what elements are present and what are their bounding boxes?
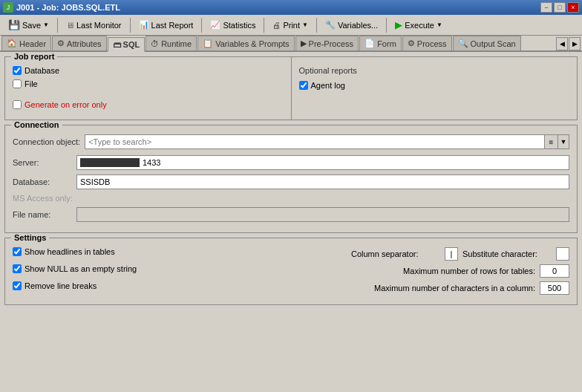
attributes-tab-icon: ⚙ — [57, 39, 65, 48]
separator-5 — [316, 18, 317, 33]
generate-checkbox-label: Generate on error only — [24, 100, 107, 109]
show-headlines-row: Show headlines in tables Column separato… — [13, 247, 569, 261]
tab-header[interactable]: 🏠 Header — [1, 36, 51, 50]
filename-input[interactable] — [76, 207, 569, 222]
max-rows-right: Maximum number of rows for tables: — [403, 264, 569, 278]
connection-object-row: Connection object: ≡ ▼ — [13, 134, 569, 149]
show-headlines-label: Show headlines in tables — [24, 247, 115, 256]
variables-tab-icon: 📋 — [203, 39, 213, 48]
database-input[interactable] — [76, 174, 569, 189]
save-button[interactable]: 💾 Save ▼ — [3, 17, 54, 33]
tab-attributes[interactable]: ⚙ Attributes — [52, 36, 106, 50]
file-checkbox[interactable] — [13, 79, 22, 88]
file-checkbox-label: File — [24, 79, 38, 88]
window-controls: − □ × — [540, 2, 579, 13]
generate-checkbox[interactable] — [13, 100, 22, 109]
database-checkbox[interactable] — [13, 66, 22, 75]
connection-object-input-container: ≡ ▼ — [85, 134, 569, 149]
remove-linebreaks-checkbox[interactable] — [13, 281, 22, 290]
tab-next-button[interactable]: ▶ — [569, 37, 581, 50]
attributes-tab-label: Attributes — [67, 39, 101, 48]
outputscan-tab-label: Output Scan — [471, 39, 516, 48]
tab-runtime[interactable]: ⏱ Runtime — [146, 36, 197, 50]
app-icon: J — [3, 2, 13, 13]
tab-outputscan[interactable]: 🔍 Output Scan — [453, 36, 521, 50]
show-null-left: Show NULL as an empty string — [13, 264, 403, 278]
database-checkbox-row: Database — [13, 66, 284, 75]
show-null-checkbox[interactable] — [13, 264, 22, 273]
stats-icon: 📈 — [210, 20, 220, 30]
header-tab-label: Header — [19, 39, 46, 48]
maximize-button[interactable]: □ — [554, 2, 566, 13]
show-null-checkbox-row: Show NULL as an empty string — [13, 264, 403, 273]
agentlog-checkbox-row: Agent log — [299, 81, 570, 90]
process-tab-icon: ⚙ — [408, 39, 415, 48]
settings-section: Settings Show headlines in tables Column… — [4, 238, 578, 305]
show-headlines-checkbox[interactable] — [13, 247, 22, 256]
remove-linebreaks-label: Remove line breaks — [24, 281, 97, 290]
substitute-char-input[interactable] — [556, 247, 569, 261]
show-null-row: Show NULL as an empty string Maximum num… — [13, 264, 569, 278]
form-tab-icon: 📄 — [364, 39, 375, 48]
statistics-button[interactable]: 📈 Statistics — [205, 17, 261, 33]
last-monitor-button[interactable]: 🖥 Last Monitor — [61, 17, 127, 33]
column-separator-input[interactable] — [445, 247, 458, 261]
execute-button[interactable]: ▶ Execute ▼ — [390, 17, 448, 33]
tab-sql[interactable]: 🗃 SQL — [108, 37, 146, 52]
agentlog-checkbox[interactable] — [299, 81, 308, 90]
generate-only-text: only — [92, 100, 107, 109]
variables-button[interactable]: 🔧 Variables... — [320, 17, 383, 33]
optional-reports-panel: Optional reports Agent log — [292, 57, 578, 120]
show-headlines-left: Show headlines in tables — [13, 247, 351, 261]
execute-label: Execute — [405, 21, 434, 30]
process-tab-label: Process — [417, 39, 447, 48]
tab-form[interactable]: 📄 Form — [359, 36, 402, 50]
tab-variables[interactable]: 📋 Variables & Prompts — [197, 36, 294, 50]
header-tab-icon: 🏠 — [7, 39, 17, 48]
connection-content: Connection object: ≡ ▼ Server: 1433 Data… — [5, 125, 577, 232]
database-row: Database: — [13, 174, 569, 189]
job-report-title: Job report — [11, 52, 57, 61]
max-chars-right: Maximum number of characters in a column… — [374, 281, 569, 295]
connection-object-label: Connection object: — [13, 137, 80, 146]
remove-linebreaks-checkbox-row: Remove line breaks — [13, 281, 374, 290]
server-port: 1433 — [143, 158, 160, 167]
settings-content: Show headlines in tables Column separato… — [5, 238, 577, 304]
close-button[interactable]: × — [567, 2, 579, 13]
database-label: Database: — [13, 177, 72, 186]
preprocess-tab-icon: ▶ — [301, 39, 307, 48]
vars-icon: 🔧 — [325, 20, 336, 30]
save-label: Save — [22, 21, 41, 30]
last-report-button[interactable]: 📊 Last Report — [134, 17, 199, 33]
connection-object-dropdown-btn[interactable]: ▼ — [558, 134, 569, 149]
max-rows-input[interactable] — [540, 264, 569, 278]
variables-tab-label: Variables & Prompts — [215, 39, 289, 48]
connection-section: Connection Connection object: ≡ ▼ Server… — [4, 125, 578, 233]
tab-process[interactable]: ⚙ Process — [402, 36, 452, 50]
show-null-label: Show NULL as an empty string — [24, 264, 137, 273]
connection-object-list-btn[interactable]: ≡ — [544, 134, 558, 149]
print-dropdown-arrow: ▼ — [302, 22, 308, 28]
monitor-icon: 🖥 — [66, 21, 74, 30]
separator-2 — [130, 18, 131, 33]
server-label: Server: — [13, 158, 72, 167]
tabs-overflow: ◀ ▶ — [556, 37, 581, 50]
max-chars-input[interactable] — [540, 281, 569, 295]
report-icon: 📊 — [139, 20, 149, 30]
column-separator-right: Column separator: Substitute character: — [351, 247, 569, 261]
print-label: Print — [283, 21, 300, 30]
file-checkbox-row: File — [13, 79, 284, 88]
minimize-button[interactable]: − — [540, 2, 552, 13]
remove-linebreaks-row: Remove line breaks Maximum number of cha… — [13, 281, 569, 295]
tab-prev-button[interactable]: ◀ — [556, 37, 568, 50]
print-button[interactable]: 🖨 Print ▼ — [267, 17, 313, 33]
tab-preprocess[interactable]: ▶ Pre-Process — [295, 36, 359, 50]
filename-label: File name: — [13, 210, 72, 219]
settings-title: Settings — [11, 233, 49, 242]
window-title: J001 - Job: JOBS.SQL.ETL — [16, 3, 120, 12]
optional-reports-title: Optional reports — [299, 66, 570, 75]
execute-icon: ▶ — [395, 19, 402, 30]
separator-1 — [57, 18, 58, 33]
agentlog-checkbox-label: Agent log — [311, 81, 345, 90]
connection-object-input[interactable] — [85, 134, 544, 149]
